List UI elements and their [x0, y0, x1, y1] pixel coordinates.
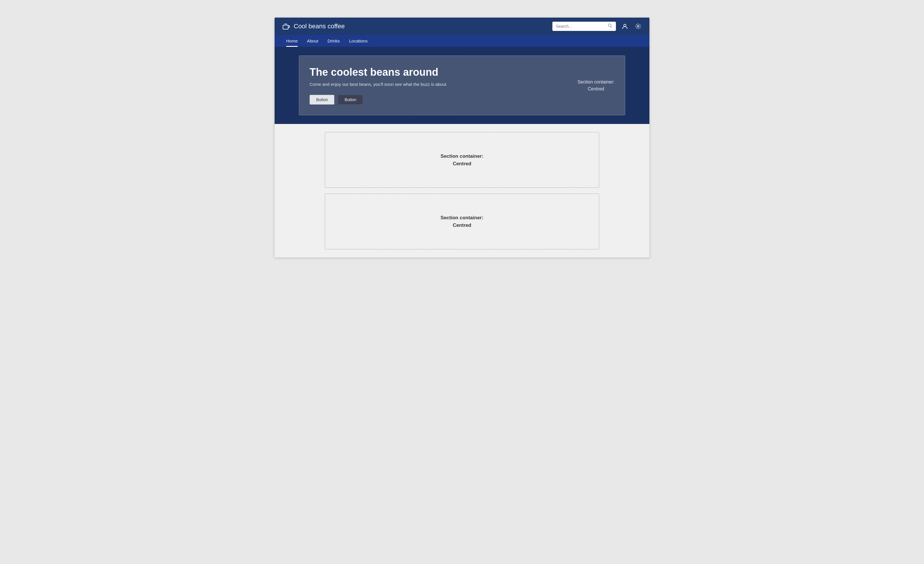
top-bar: Cool beans coffee — [274, 18, 650, 35]
brand-name: Cool beans coffee — [294, 23, 345, 30]
hero-section-label: Section container: Centred — [566, 78, 615, 92]
hero-button-2[interactable]: Button — [338, 95, 363, 105]
browser-window: Cool beans coffee — [274, 17, 650, 258]
nav-item-home[interactable]: Home — [282, 35, 302, 47]
hero-section: The coolest beans around Come and enjoy … — [274, 47, 650, 124]
brand: Cool beans coffee — [282, 22, 345, 31]
top-bar-right — [552, 22, 642, 31]
section-container-2: Section container: Centred — [325, 194, 599, 249]
user-icon-button[interactable] — [621, 22, 629, 31]
nav-item-about[interactable]: About — [302, 35, 323, 47]
hero-container: The coolest beans around Come and enjoy … — [299, 56, 625, 115]
nav-item-drinks[interactable]: Drinks — [323, 35, 345, 47]
svg-rect-0 — [283, 25, 288, 29]
section-label-2: Section container: Centred — [441, 214, 483, 229]
svg-line-2 — [611, 27, 612, 28]
search-box[interactable] — [552, 22, 616, 31]
section-label-1: Section container: Centred — [441, 153, 483, 167]
hero-button-1[interactable]: Button — [309, 95, 334, 105]
search-input[interactable] — [556, 24, 606, 29]
nav-bar: Home About Drinks Locations — [274, 35, 650, 47]
nav-item-locations[interactable]: Locations — [345, 35, 372, 47]
hero-subtitle: Come and enjoy our best beans, you'll so… — [309, 82, 566, 87]
svg-point-3 — [624, 24, 626, 27]
settings-icon-button[interactable] — [634, 22, 642, 31]
hero-title: The coolest beans around — [309, 66, 566, 78]
hero-content: The coolest beans around Come and enjoy … — [309, 66, 566, 105]
coffee-icon — [282, 22, 291, 31]
main-content: Section container: Centred Section conta… — [274, 124, 650, 257]
search-icon — [608, 23, 612, 29]
section-container-1: Section container: Centred — [325, 132, 599, 188]
svg-point-4 — [637, 26, 639, 27]
hero-buttons: Button Button — [309, 95, 566, 105]
